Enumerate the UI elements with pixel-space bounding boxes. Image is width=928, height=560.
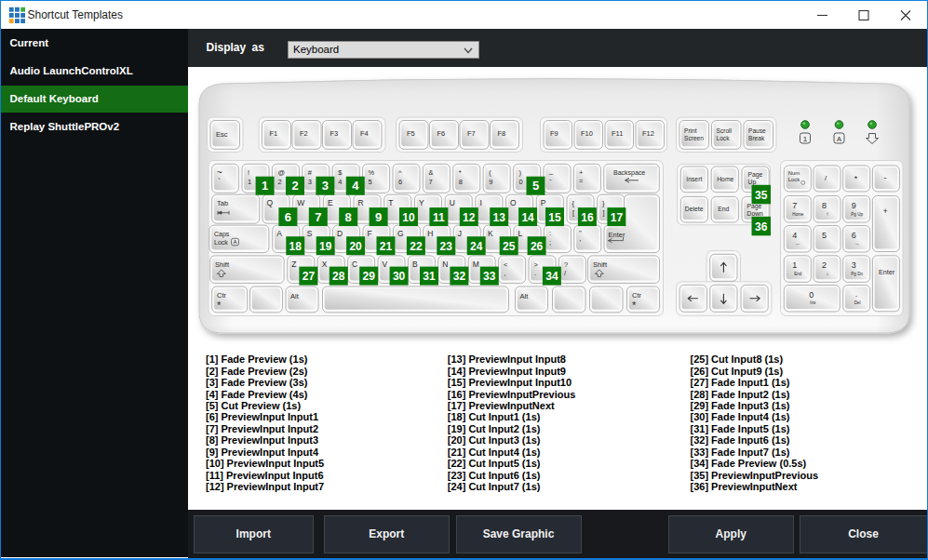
svg-text:17: 17 xyxy=(611,211,624,224)
svg-text:>: > xyxy=(534,260,539,269)
svg-text:Up: Up xyxy=(748,179,757,186)
svg-text:Screen: Screen xyxy=(684,135,704,141)
svg-text:Backspace: Backspace xyxy=(613,169,645,177)
svg-text:T: T xyxy=(388,198,393,207)
svg-text:L: L xyxy=(518,229,523,238)
svg-text:W: W xyxy=(297,198,304,207)
svg-text:6: 6 xyxy=(285,210,291,224)
svg-text:F12: F12 xyxy=(642,129,654,138)
svg-text:": " xyxy=(579,229,582,237)
svg-text:7: 7 xyxy=(792,201,797,210)
svg-text:D: D xyxy=(337,229,343,238)
svg-text:3: 3 xyxy=(852,260,856,270)
svg-text:B: B xyxy=(412,260,418,269)
svg-text:Shift: Shift xyxy=(593,260,608,269)
svg-text:*: * xyxy=(459,168,462,177)
svg-text:!: ! xyxy=(248,168,249,177)
svg-text:A: A xyxy=(276,229,282,238)
svg-text:M: M xyxy=(473,260,479,269)
svg-text:*: * xyxy=(632,300,637,311)
svg-text:F5: F5 xyxy=(407,129,415,138)
svg-text:Delete: Delete xyxy=(685,206,704,212)
svg-text:3: 3 xyxy=(308,178,312,186)
svg-text:P: P xyxy=(541,198,546,207)
svg-text:%: % xyxy=(369,168,375,177)
svg-text:A: A xyxy=(837,135,841,143)
svg-text:;: ; xyxy=(549,238,551,247)
svg-text:-: - xyxy=(549,175,552,183)
svg-text:Page: Page xyxy=(748,171,763,179)
svg-text:F8: F8 xyxy=(498,129,506,138)
svg-text:?: ? xyxy=(564,260,568,269)
svg-text:Del: Del xyxy=(854,300,861,305)
svg-text:F1: F1 xyxy=(270,129,278,138)
svg-text:Q: Q xyxy=(267,198,274,207)
svg-text:Esc: Esc xyxy=(216,130,228,139)
svg-text:Tab: Tab xyxy=(217,199,228,207)
svg-text:Pause: Pause xyxy=(748,127,766,134)
svg-text:=: = xyxy=(579,177,584,185)
svg-text:G: G xyxy=(397,229,404,238)
svg-text:O: O xyxy=(510,198,517,207)
svg-text:16: 16 xyxy=(581,211,594,224)
svg-text:F3: F3 xyxy=(330,129,339,138)
svg-text:31: 31 xyxy=(423,270,436,283)
svg-text:1: 1 xyxy=(792,260,797,270)
svg-text:6: 6 xyxy=(852,231,856,240)
svg-text:Y: Y xyxy=(419,198,424,207)
svg-text:3: 3 xyxy=(322,179,329,193)
svg-text:Pg Up: Pg Up xyxy=(851,212,863,217)
svg-text:23: 23 xyxy=(440,240,453,253)
svg-text:N: N xyxy=(442,260,448,269)
svg-text:Break: Break xyxy=(748,135,765,141)
svg-text:R: R xyxy=(358,198,364,207)
svg-text:↑: ↑ xyxy=(827,211,829,217)
svg-text:S: S xyxy=(307,229,313,238)
svg-text:10: 10 xyxy=(402,211,415,224)
svg-text:13: 13 xyxy=(493,211,506,224)
svg-text:6: 6 xyxy=(398,178,402,186)
svg-text:Ctr: Ctr xyxy=(217,291,227,300)
svg-text:Lock: Lock xyxy=(214,239,228,246)
svg-text:32: 32 xyxy=(453,270,466,283)
svg-text:F9: F9 xyxy=(550,129,558,138)
svg-text:Alt: Alt xyxy=(290,292,300,300)
svg-text:Print: Print xyxy=(684,127,697,134)
svg-text:&: & xyxy=(428,168,433,177)
svg-text:-: - xyxy=(883,173,886,182)
svg-text:End: End xyxy=(794,272,802,276)
svg-text:F11: F11 xyxy=(612,129,623,138)
svg-text:1: 1 xyxy=(262,179,268,193)
svg-text:F4: F4 xyxy=(360,129,369,138)
svg-text:Lock: Lock xyxy=(788,177,800,182)
svg-text:4: 4 xyxy=(792,231,797,240)
svg-text:↓: ↓ xyxy=(827,271,829,276)
svg-text:1: 1 xyxy=(248,178,251,186)
svg-text:←: ← xyxy=(795,241,800,247)
svg-text:9: 9 xyxy=(375,210,382,224)
svg-text:Caps: Caps xyxy=(214,231,230,238)
svg-text:F10: F10 xyxy=(581,129,593,138)
svg-text:J: J xyxy=(458,229,462,238)
svg-text:19: 19 xyxy=(319,240,332,253)
svg-text:.: . xyxy=(534,269,536,277)
svg-text:29: 29 xyxy=(363,270,376,283)
svg-text:F: F xyxy=(368,229,372,238)
svg-text:*: * xyxy=(854,174,858,183)
svg-text:14: 14 xyxy=(521,211,534,224)
svg-text:7: 7 xyxy=(315,210,321,224)
svg-text:21: 21 xyxy=(380,240,393,253)
svg-text:K: K xyxy=(488,229,493,238)
svg-text:27: 27 xyxy=(303,270,316,283)
svg-text:8: 8 xyxy=(459,178,463,186)
svg-text:8: 8 xyxy=(345,210,352,224)
svg-text:4: 4 xyxy=(338,178,342,186)
svg-text:,: , xyxy=(504,269,506,277)
svg-text:Pg Dn: Pg Dn xyxy=(851,272,863,276)
svg-text:0: 0 xyxy=(519,178,523,186)
svg-text:Z: Z xyxy=(291,260,296,269)
svg-text:C: C xyxy=(352,260,357,269)
svg-text:34: 34 xyxy=(545,270,558,283)
svg-text:22: 22 xyxy=(410,240,423,253)
svg-text:Ctr: Ctr xyxy=(632,291,642,300)
